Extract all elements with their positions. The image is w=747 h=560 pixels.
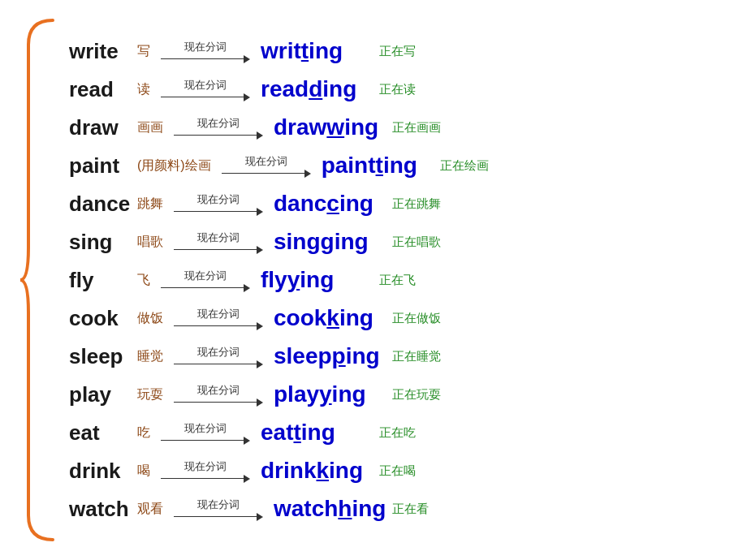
arrowhead-icon [244,437,250,445]
line [161,287,244,289]
arrow-section: 现在分词 [170,307,267,330]
line [161,58,244,60]
arrow-line [174,322,263,330]
word-row: draw 画画 现在分词 drawwing 正在画画 [69,109,731,146]
chinese-result: 正在读 [379,82,416,97]
base-word: watch [69,497,134,522]
result-word: playying [274,381,387,407]
arrow-section: 现在分词 [170,116,267,140]
word-row: read 读 现在分词 readding 正在读 [69,71,731,108]
base-word: read [69,77,134,102]
arrow-label: 现在分词 [184,269,227,283]
chinese-base: 画画 [137,119,163,136]
chinese-base: 睡觉 [137,348,163,365]
chinese-result: 正在画画 [392,120,441,136]
arrow-section: 现在分词 [170,192,267,216]
arrow-label: 现在分词 [197,307,240,321]
word-row: sleep 睡觉 现在分词 sleepping 正在睡觉 [69,338,731,375]
chinese-base: 玩耍 [137,386,163,403]
line [174,402,257,403]
chinese-base: 唱歌 [137,234,163,251]
chinese-base: 飞 [137,272,150,289]
chinese-result: 正在飞 [379,273,416,288]
word-row: drink 喝 现在分词 drinkking 正在喝 [69,452,731,489]
arrowhead-icon [257,398,263,407]
arrowhead-icon [244,93,250,101]
line [174,325,257,327]
arrowhead-icon [304,170,311,178]
arrowhead-icon [257,360,263,368]
line [174,135,257,136]
result-word: eatting [261,420,374,446]
arrowhead-icon [257,246,263,254]
chinese-base: 写 [137,43,150,60]
arrow-line [161,284,250,292]
word-row: play 玩耍 现在分词 playying 正在玩耍 [69,376,731,413]
result-word: readding [261,76,374,102]
arrowhead-icon [257,513,263,521]
arrow-line [161,475,250,483]
chinese-base: 读 [137,81,150,98]
base-word: sing [69,230,134,255]
base-word: draw [69,115,134,140]
arrow-line [174,360,263,368]
arrow-label: 现在分词 [184,78,227,93]
line [174,516,257,518]
arrowhead-icon [244,55,250,63]
words-list: write 写 现在分词 writting 正在写 read 读 现在分词 re… [69,32,731,528]
arrow-line [161,437,250,445]
arrow-section: 现在分词 [157,78,254,101]
chinese-result: 正在绘画 [440,158,489,174]
word-row: watch 观看 现在分词 watchhing 正在看 [69,490,731,528]
arrowhead-icon [257,322,263,330]
chinese-base: 喝 [137,463,150,480]
word-row: sing 唱歌 现在分词 singging 正在唱歌 [69,223,731,261]
base-word: play [69,382,134,407]
word-row: write 写 现在分词 writting 正在写 [69,32,731,70]
word-row: paint (用颜料)绘画 现在分词 paintting 正在绘画 [69,147,731,184]
chinese-result: 正在唱歌 [392,235,441,250]
arrow-line [174,513,263,521]
arrow-label: 现在分词 [197,498,240,512]
result-word: sleepping [274,343,387,369]
chinese-result: 正在做饭 [392,311,441,326]
chinese-base: 做饭 [137,310,163,327]
main-container: write 写 现在分词 writting 正在写 read 读 现在分词 re… [0,0,747,560]
arrow-section: 现在分词 [157,421,254,445]
arrow-section: 现在分词 [170,498,267,521]
base-word: drink [69,459,134,484]
line [174,364,257,365]
chinese-result: 正在喝 [379,463,416,479]
base-word: cook [69,306,134,331]
base-word: sleep [69,344,134,369]
line [161,97,244,98]
chinese-result: 正在玩耍 [392,387,441,403]
arrow-label: 现在分词 [197,230,240,245]
arrow-line [174,398,263,407]
line [222,173,304,174]
arrow-line [161,55,250,63]
result-word: danccing [274,191,387,217]
word-row: fly 飞 现在分词 flyying 正在飞 [69,261,731,299]
chinese-result: 正在写 [379,44,416,59]
word-row: cook 做饭 现在分词 cookking 正在做饭 [69,299,731,337]
left-brace-icon [16,12,61,548]
base-word: eat [69,420,134,446]
arrow-label: 现在分词 [197,116,240,131]
arrow-section: 现在分词 [218,154,315,178]
arrow-section: 现在分词 [170,345,267,368]
chinese-result: 正在吃 [379,425,416,441]
base-word: write [69,39,134,64]
arrowhead-icon [244,284,250,292]
arrow-section: 现在分词 [170,230,267,254]
arrow-line [174,208,263,216]
arrow-label: 现在分词 [184,421,227,436]
word-row: eat 吃 现在分词 eatting 正在吃 [69,414,731,451]
line [174,211,257,213]
result-word: cookking [274,305,387,331]
brace-container [16,12,61,548]
arrow-section: 现在分词 [157,269,254,292]
result-word: paintting [322,153,435,179]
arrow-line [222,170,311,178]
arrow-label: 现在分词 [245,154,287,169]
